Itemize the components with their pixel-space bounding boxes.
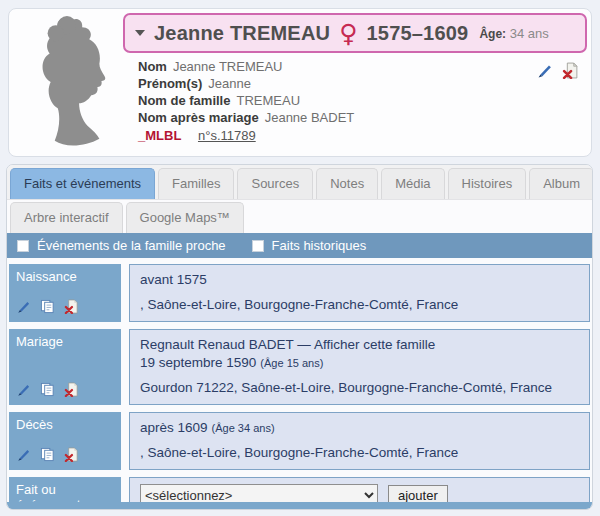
event-date: après 1609(Âge 34 ans) [140,419,579,437]
event-content-cell: avant 1575 , Saône-et-Loire, Bourgogne-F… [129,264,590,322]
edit-pencil-icon[interactable] [16,299,31,314]
dropdown-arrow-icon[interactable] [135,30,145,36]
person-card-actions [536,62,579,79]
event-place: , Saône-et-Loire, Bourgogne-Franche-Comt… [140,444,579,462]
event-spouse: Regnault Renaud BADET — Afficher cette f… [140,336,579,354]
mlbl-tag: _MLBL [138,128,181,143]
checkbox-famille-proche[interactable]: Événements de la famille proche [17,238,226,253]
edit-pencil-icon[interactable] [16,382,31,397]
tab-media[interactable]: Média [381,168,444,199]
event-content-cell: Regnault Renaud BADET — Afficher cette f… [129,329,590,405]
field-nom: NomJeanne TREMEAU [138,58,354,75]
tab-faits-et-evenements[interactable]: Faits et événements [10,168,155,199]
person-header-banner[interactable]: Jeanne TREMEAU ♀ 1575–1609 Âge: 34 ans [123,13,587,53]
edit-pencil-icon[interactable] [16,447,31,462]
checkbox-icon[interactable] [17,240,29,252]
filter-bar: Événements de la famille proche Faits hi… [7,233,592,258]
tab-notes[interactable]: Notes [316,168,378,199]
person-id-link[interactable]: n°s.11789 [198,128,256,143]
copy-icon[interactable] [40,299,55,314]
delete-document-icon[interactable] [562,62,579,79]
event-place: Gourdon 71222, Saône-et-Loire, Bourgogne… [140,379,579,397]
edit-pencil-icon[interactable] [536,62,553,79]
event-place: , Saône-et-Loire, Bourgogne-Franche-Comt… [140,296,579,314]
person-name: Jeanne TREMEAU [154,22,330,45]
field-prenoms: Prénom(s)Jeanne [138,75,354,92]
mlbl-line: _MLBL n°s.11789 [138,126,354,145]
event-label-cell: Naissance [9,264,121,322]
event-rows: Naissance avant 1575 , Saône-et-Loire, B… [7,258,592,510]
tab-sources[interactable]: Sources [237,168,313,199]
copy-icon[interactable] [40,382,55,397]
tab-album[interactable]: Album [529,168,593,199]
tab-arbre-interactif[interactable]: Arbre interactif [10,202,123,233]
tab-familles[interactable]: Familles [158,168,234,199]
field-nom-apres-mariage: Nom après mariageJeanne BADET [138,109,354,126]
event-row-deces: Décès après 1609(Âge 34 ans) , Saône-et-… [9,412,590,470]
delete-document-icon[interactable] [64,447,79,462]
show-family-link[interactable]: Afficher cette famille [314,337,435,352]
panel-bottom-strip [7,502,592,509]
event-actions [16,299,114,316]
person-age: Âge: 34 ans [479,26,548,41]
person-fields: NomJeanne TREMEAU Prénom(s)Jeanne Nom de… [138,58,354,145]
event-row-naissance: Naissance avant 1575 , Saône-et-Loire, B… [9,264,590,322]
field-nom-de-famille: Nom de familleTREMEAU [138,92,354,109]
events-panel: Faits et événements Familles Sources Not… [6,164,593,510]
female-symbol-icon: ♀ [339,21,357,46]
event-row-mariage: Mariage Regnault Renaud BADET — Afficher… [9,329,590,405]
checkbox-faits-historiques[interactable]: Faits historiques [252,238,367,253]
female-silhouette-avatar [23,15,123,153]
tab-strip-row2: Arbre interactif Google Maps™ [7,199,592,233]
event-actions [16,447,114,464]
event-date: avant 1575 [140,271,579,289]
checkbox-icon[interactable] [252,240,264,252]
event-actions [16,382,114,399]
event-label-cell: Décès [9,412,121,470]
event-label-cell: Mariage [9,329,121,405]
person-card: Jeanne TREMEAU ♀ 1575–1609 Âge: 34 ans N… [8,8,592,157]
person-lifespan: 1575–1609 [366,22,468,45]
tab-strip-row1: Faits et événements Familles Sources Not… [7,165,592,199]
copy-icon[interactable] [40,447,55,462]
event-date: 19 septembre 1590(Âge 15 ans) [140,354,579,372]
tab-histoires[interactable]: Histoires [448,168,527,199]
tab-google-maps[interactable]: Google Maps™ [126,202,244,233]
delete-document-icon[interactable] [64,299,79,314]
event-content-cell: après 1609(Âge 34 ans) , Saône-et-Loire,… [129,412,590,470]
delete-document-icon[interactable] [64,382,79,397]
